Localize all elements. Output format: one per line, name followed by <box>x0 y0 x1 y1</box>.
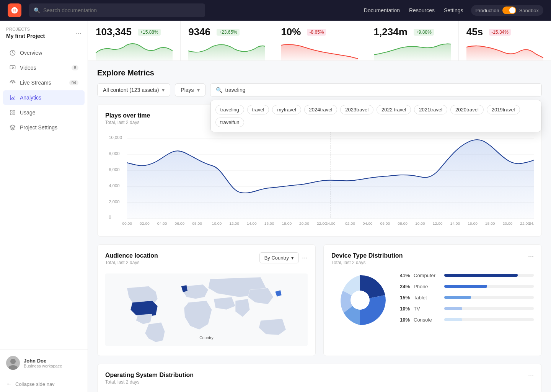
env-toggle[interactable]: Production Sandbox <box>471 5 543 16</box>
device-distribution-more[interactable]: ··· <box>528 252 534 260</box>
svg-text:20:00: 20:00 <box>503 222 513 225</box>
svg-text:14:00: 14:00 <box>247 222 257 225</box>
phone-pct: 24% <box>396 284 410 289</box>
content-filter-label: All content (123 assets) <box>103 87 159 93</box>
svg-text:12:00: 12:00 <box>229 222 239 225</box>
sidebar-item-analytics[interactable]: Analytics <box>3 90 85 105</box>
search-input[interactable] <box>43 7 201 13</box>
stat-chart-2 <box>281 39 358 60</box>
audience-location-subtitle: Total, last 2 days <box>105 260 158 265</box>
stat-item-3: 1,234m +9.88% <box>366 21 459 60</box>
toggle-switch[interactable] <box>502 7 516 14</box>
autocomplete-tags: traveling travel mytravel 2024travel 202… <box>215 105 536 127</box>
device-bar-phone: 24% Phone <box>396 284 534 289</box>
tag-travelfun[interactable]: travelfun <box>215 118 245 127</box>
metric-filter-dropdown[interactable]: Plays ▾ <box>175 83 205 96</box>
svg-marker-2 <box>12 67 14 69</box>
world-map-svg: Country <box>105 271 308 348</box>
tag-2021travel[interactable]: 2021travel <box>414 105 447 114</box>
content-filter-arrow: ▾ <box>162 87 165 93</box>
nav-resources[interactable]: Resources <box>409 7 435 13</box>
tv-label: TV <box>414 306 440 312</box>
plays-chart-subtitle: Total, last 2 days <box>105 120 150 125</box>
tag-2019travel[interactable]: 2019travel <box>487 105 520 114</box>
svg-point-3 <box>12 82 13 83</box>
nav-settings[interactable]: Settings <box>444 7 463 13</box>
svg-rect-5 <box>13 110 15 112</box>
collapse-icon: ← <box>6 381 12 387</box>
svg-text:16:00: 16:00 <box>264 222 274 225</box>
sidebar-item-label-live-streams: Live Streams <box>20 80 65 86</box>
stat-badge-2: -8.65% <box>307 29 326 36</box>
stat-chart-3 <box>374 39 451 60</box>
stat-value-4: 45s <box>466 26 483 38</box>
filters-row: All content (123 assets) ▾ Plays ▾ 🔍 <box>97 83 542 96</box>
stat-badge-3: +9.88% <box>414 29 434 36</box>
videos-badge: 8 <box>72 65 78 70</box>
project-settings-icon <box>9 124 16 131</box>
project-menu-button[interactable]: ··· <box>76 29 82 37</box>
tag-search-filter: 🔍 traveling travel mytravel 2024travel 2… <box>210 83 542 96</box>
nav-documentation[interactable]: Documentation <box>364 7 400 13</box>
explore-title: Explore Metrics <box>97 69 542 77</box>
sidebar-item-label-project-settings: Project Settings <box>20 124 78 131</box>
sidebar-bottom: John Doe Business workspace <box>0 350 88 376</box>
os-distribution-more[interactable]: ··· <box>528 372 534 380</box>
sidebar-item-label-usage: Usage <box>20 109 78 116</box>
tablet-bar-fill <box>444 296 471 299</box>
svg-text:18:00: 18:00 <box>282 222 292 225</box>
sidebar-item-label-analytics: Analytics <box>20 95 78 101</box>
sidebar-item-overview[interactable]: Overview <box>3 46 85 60</box>
computer-label: Computer <box>414 273 440 278</box>
content-filter-dropdown[interactable]: All content (123 assets) ▾ <box>97 83 170 96</box>
tag-2024travel[interactable]: 2024travel <box>304 105 337 114</box>
phone-label: Phone <box>414 284 440 289</box>
collapse-nav-button[interactable]: ← Collapse side nav <box>0 376 88 392</box>
device-pie-chart <box>331 271 389 329</box>
svg-text:12:00: 12:00 <box>433 222 443 225</box>
svg-rect-7 <box>13 113 15 115</box>
search-bar[interactable]: 🔍 <box>29 3 205 17</box>
tag-2020travel[interactable]: 2020travel <box>450 105 484 114</box>
tag-search-input[interactable] <box>225 87 536 93</box>
svg-point-53 <box>350 291 370 310</box>
svg-text:16:00: 16:00 <box>468 222 478 225</box>
os-distribution-subtitle: Total, last 2 days <box>105 379 194 385</box>
svg-text:04:00: 04:00 <box>157 222 167 225</box>
tag-2022-travel[interactable]: 2022 travel <box>377 105 411 114</box>
toggle-knob <box>509 7 515 13</box>
tablet-pct: 15% <box>396 295 410 301</box>
tag-travel[interactable]: travel <box>247 105 269 114</box>
metric-filter-arrow: ▾ <box>197 87 200 93</box>
tag-2023travel[interactable]: 2023travel <box>340 105 373 114</box>
device-bar-tablet: 15% Tablet <box>396 295 534 301</box>
svg-text:00:00: 00:00 <box>122 222 132 225</box>
stat-item-4: 45s -15.34% <box>459 21 551 60</box>
svg-text:2,000: 2,000 <box>109 200 120 204</box>
sidebar-item-live-streams[interactable]: Live Streams 94 <box>3 75 85 90</box>
stat-chart-1 <box>188 39 265 60</box>
avatar <box>6 356 20 370</box>
sidebar-item-usage[interactable]: Usage <box>3 105 85 120</box>
tag-search-icon: 🔍 <box>216 87 222 93</box>
sidebar-item-project-settings[interactable]: Project Settings <box>3 120 85 135</box>
tag-mytravel[interactable]: mytravel <box>272 105 301 114</box>
explore-section: Explore Metrics All content (123 assets)… <box>88 61 551 104</box>
project-name: My first Project <box>6 33 45 39</box>
phone-bar-fill <box>444 285 487 288</box>
device-bar-computer: 41% Computer <box>396 273 534 278</box>
svg-text:10:00: 10:00 <box>212 222 222 225</box>
device-bars: 41% Computer 24% Phone <box>396 273 534 328</box>
console-pct: 10% <box>396 317 410 323</box>
stat-item-1: 9346 +23.65% <box>181 21 273 60</box>
analytics-icon <box>9 94 16 101</box>
by-country-dropdown[interactable]: By Country ▾ <box>259 252 299 263</box>
tag-traveling[interactable]: traveling <box>215 105 244 114</box>
logo-icon[interactable] <box>8 3 21 17</box>
sidebar-item-videos[interactable]: Videos 8 <box>3 60 85 75</box>
by-country-arrow: ▾ <box>291 255 294 261</box>
audience-location-more[interactable]: ··· <box>302 254 308 262</box>
console-bar-fill <box>444 318 462 321</box>
svg-text:06:00: 06:00 <box>174 222 184 225</box>
svg-text:20:00: 20:00 <box>299 222 309 225</box>
